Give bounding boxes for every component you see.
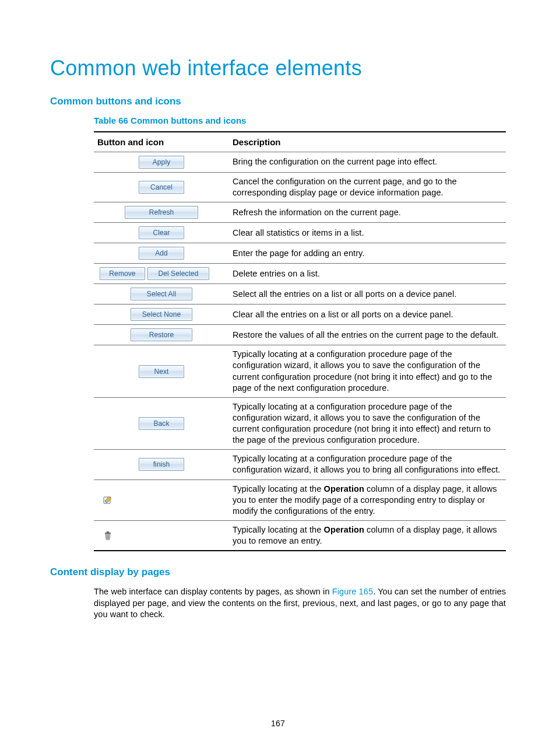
select-all-button[interactable]: Select All: [131, 288, 192, 300]
remove-button[interactable]: Remove: [100, 267, 145, 280]
para-pre: The web interface can display contents b…: [94, 587, 332, 596]
desc-clear: Clear all statistics or items in a list.: [229, 223, 506, 243]
section-common-buttons-heading: Common buttons and icons: [50, 96, 506, 107]
desc-modify: Typically locating at the Operation colu…: [229, 480, 506, 520]
del-selected-button[interactable]: Del Selected: [147, 267, 209, 280]
figure-165-link[interactable]: Figure 165: [332, 587, 373, 596]
trash-icon[interactable]: [103, 531, 112, 540]
clear-button[interactable]: Clear: [139, 226, 184, 239]
table-row: Typically locating at the Operation colu…: [94, 520, 506, 551]
desc-select-all: Select all the entries on a list or all …: [229, 284, 506, 304]
table-row: Refresh Refresh the information on the c…: [94, 202, 506, 223]
page-number: 167: [0, 719, 556, 728]
desc-trash-pre: Typically locating at the: [233, 525, 324, 534]
svg-rect-2: [107, 531, 109, 533]
table-header-button: Button and icon: [94, 132, 229, 152]
table-row: Select All Select all the entries on a l…: [94, 284, 506, 304]
section-content-display-heading: Content display by pages: [50, 566, 506, 578]
desc-add: Enter the page for adding an entry.: [229, 243, 506, 264]
desc-modify-bold: Operation: [324, 484, 364, 494]
refresh-button[interactable]: Refresh: [125, 206, 198, 219]
restore-button[interactable]: Restore: [131, 328, 192, 341]
table-caption: Table 66 Common buttons and icons: [94, 116, 506, 125]
desc-cancel: Cancel the configuration on the current …: [229, 173, 506, 202]
table-row: Typically locating at the Operation colu…: [94, 480, 506, 520]
page-title: Common web interface elements: [50, 56, 506, 80]
table-row: Cancel Cancel the configuration on the c…: [94, 173, 506, 202]
table-row: finish Typically locating at a configura…: [94, 450, 506, 480]
table-header-description: Description: [229, 132, 506, 152]
finish-button[interactable]: finish: [139, 458, 184, 471]
table-row: Back Typically locating at a configurati…: [94, 397, 506, 450]
modify-icon[interactable]: [103, 495, 112, 505]
table-row: Next Typically locating at a configurati…: [94, 345, 506, 398]
desc-back: Typically locating at a configuration pr…: [229, 397, 506, 450]
table-row: Add Enter the page for adding an entry.: [94, 243, 506, 264]
desc-next: Typically locating at a configuration pr…: [229, 345, 506, 398]
desc-modify-pre: Typically locating at the: [233, 484, 324, 494]
table-row: Apply Bring the configuration on the cur…: [94, 152, 506, 173]
desc-finish: Typically locating at a configuration pr…: [229, 450, 506, 480]
table-row: Restore Restore the values of all the en…: [94, 325, 506, 345]
desc-trash-bold: Operation: [324, 525, 364, 534]
apply-button[interactable]: Apply: [139, 156, 184, 169]
table-row: Select None Clear all the entries on a l…: [94, 304, 506, 325]
select-none-button[interactable]: Select None: [131, 308, 192, 321]
desc-apply: Bring the configuration on the current p…: [229, 152, 506, 173]
desc-restore: Restore the values of all the entries on…: [229, 325, 506, 345]
cancel-button[interactable]: Cancel: [139, 181, 184, 194]
desc-remove: Delete entries on a list.: [229, 264, 506, 284]
table-row: Clear Clear all statistics or items in a…: [94, 223, 506, 243]
add-button[interactable]: Add: [139, 247, 184, 260]
content-display-paragraph: The web interface can display contents b…: [94, 586, 506, 621]
back-button[interactable]: Back: [139, 417, 184, 430]
desc-select-none: Clear all the entries on a list or all p…: [229, 304, 506, 325]
next-button[interactable]: Next: [139, 365, 184, 378]
table-row: Remove Del Selected Delete entries on a …: [94, 264, 506, 284]
desc-refresh: Refresh the information on the current p…: [229, 202, 506, 223]
desc-trash: Typically locating at the Operation colu…: [229, 520, 506, 551]
common-buttons-table: Button and icon Description Apply Bring …: [94, 131, 506, 551]
